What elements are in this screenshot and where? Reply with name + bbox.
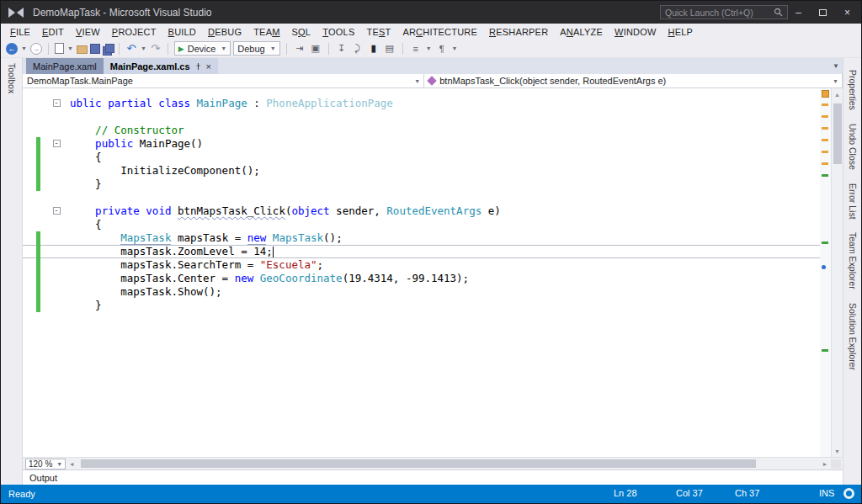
horizontal-scroll-track[interactable]	[77, 458, 819, 470]
code-line[interactable]: mapsTask.Center = new GeoCoordinate(19.4…	[23, 272, 820, 285]
undo-dropdown-icon[interactable]: ▼	[140, 45, 147, 51]
scroll-left-icon[interactable]: ◄	[66, 461, 77, 467]
file-analysis-status-icon[interactable]	[822, 90, 829, 98]
code-line[interactable]: mapsTask.Show();	[23, 285, 820, 299]
toolbar-options-chevron-icon[interactable]: ▼	[425, 45, 433, 51]
stack-frames-icon[interactable]: ▤	[383, 43, 396, 54]
attach-to-process-icon[interactable]: ⇥	[293, 43, 306, 54]
step-into-icon[interactable]: ↧	[335, 43, 349, 54]
code-token: btnMapsTask_Click	[178, 204, 285, 217]
code-line[interactable]: MapsTask mapsTask = new MapsTask();	[23, 231, 820, 245]
code-line[interactable]: {	[23, 151, 820, 164]
panel-tab-error-list[interactable]: Error List	[848, 183, 858, 220]
code-line[interactable]: }	[23, 178, 820, 191]
code-line[interactable]: // Constructor	[23, 124, 820, 137]
menu-item-analyze[interactable]: ANALYZE	[554, 24, 609, 40]
menu-item-resharper[interactable]: RESHARPER	[483, 24, 554, 40]
warning-marker-tick[interactable]	[822, 103, 828, 106]
scroll-down-icon[interactable]: ▼	[834, 445, 840, 457]
member-selector-dropdown[interactable]: btnMapsTask_Click(object sender, RoutedE…	[424, 74, 843, 88]
solution-configuration-combo[interactable]: Debug ▼	[233, 41, 279, 56]
quick-launch-input[interactable]: Quick Launch (Ctrl+Q)	[660, 5, 788, 19]
code-line[interactable]: mapsTask.SearchTerm = "Escuela";	[23, 258, 820, 272]
menu-item-team[interactable]: TEAM	[247, 24, 285, 40]
caret-position-marker[interactable]	[822, 265, 826, 269]
menu-item-architecture[interactable]: ARCHITECTURE	[396, 24, 483, 40]
change-marker-tick[interactable]	[822, 174, 828, 177]
menu-item-build[interactable]: BUILD	[162, 24, 202, 40]
panel-tab-properties[interactable]: Properties	[848, 70, 858, 110]
save-all-icon[interactable]	[103, 44, 113, 54]
resharper-status-circle-icon[interactable]	[843, 488, 854, 499]
code-line[interactable]: InitializeComponent();	[23, 164, 820, 178]
scroll-up-icon[interactable]: ▲	[834, 88, 840, 100]
navigate-backward-dropdown-icon[interactable]: ▼	[20, 45, 28, 51]
navigate-forward-icon[interactable]: →	[30, 43, 42, 55]
scroll-right-icon[interactable]: ►	[819, 461, 831, 467]
new-file-icon[interactable]	[55, 43, 64, 54]
step-over-icon[interactable]: ⤸	[351, 43, 364, 54]
menu-item-sql[interactable]: SQL	[286, 24, 317, 40]
horizontal-scroll-thumb[interactable]	[81, 459, 755, 468]
code-line[interactable]: - public MainPage()	[23, 137, 820, 151]
code-line[interactable]: {	[23, 218, 820, 231]
panel-tab-undo-close[interactable]: Undo Close	[848, 124, 858, 170]
change-marker-tick[interactable]	[822, 349, 828, 352]
code-line[interactable]	[23, 110, 820, 124]
redo-icon[interactable]: ↷	[150, 42, 162, 55]
pin-icon[interactable]	[194, 62, 202, 71]
start-debug-target-combo[interactable]: ▶ Device ▼	[174, 41, 231, 56]
navigate-backward-icon[interactable]: ←	[6, 43, 18, 55]
code-area[interactable]: -ublic partial class MainPage : PhoneApp…	[23, 88, 820, 457]
line-list-icon[interactable]: ≡	[409, 44, 423, 54]
toolbox-panel-tab[interactable]: Toolbox	[7, 63, 17, 93]
close-tab-icon[interactable]: ×	[206, 61, 211, 72]
vertical-scroll-thumb[interactable]	[833, 103, 842, 164]
warning-marker-tick[interactable]	[822, 151, 828, 153]
collapse-region-icon[interactable]: -	[53, 207, 61, 215]
warning-marker-tick[interactable]	[822, 162, 828, 165]
search-icon[interactable]	[774, 8, 783, 17]
collapse-region-icon[interactable]: -	[53, 140, 61, 147]
toolbar-overflow-chevron-icon[interactable]: ▼	[451, 45, 459, 51]
warning-marker-tick[interactable]	[822, 139, 828, 141]
code-line[interactable]	[23, 191, 820, 204]
break-all-icon[interactable]: ▮	[367, 43, 380, 54]
tab-mainpage-xaml[interactable]: MainPage.xaml	[26, 58, 104, 74]
new-file-dropdown-icon[interactable]: ▼	[67, 45, 74, 51]
tab-mainpage-xaml-cs[interactable]: MainPage.xaml.cs ×	[104, 58, 218, 74]
type-selector-dropdown[interactable]: DemoMapTask.MainPage ▼	[23, 74, 424, 88]
close-button[interactable]: ×	[835, 1, 859, 24]
maximize-button[interactable]	[811, 1, 835, 24]
menu-item-file[interactable]: FILE	[4, 24, 36, 40]
menu-item-view[interactable]: VIEW	[70, 24, 106, 40]
menu-item-edit[interactable]: EDIT	[36, 24, 70, 40]
code-line[interactable]: }	[23, 299, 820, 312]
undo-icon[interactable]: ↶	[125, 42, 137, 55]
save-icon[interactable]	[90, 44, 100, 54]
menu-item-test[interactable]: TEST	[360, 24, 396, 40]
menu-item-project[interactable]: PROJECT	[106, 24, 162, 40]
code-line[interactable]: - private void btnMapsTask_Click(object …	[23, 204, 820, 218]
panel-tab-solution-explorer[interactable]: Solution Explorer	[848, 303, 858, 370]
menu-item-debug[interactable]: DEBUG	[202, 24, 247, 40]
warning-marker-tick[interactable]	[822, 115, 828, 118]
menu-item-window[interactable]: WINDOW	[609, 24, 662, 40]
find-in-files-icon[interactable]: ▣	[309, 43, 322, 54]
formatting-marks-icon[interactable]: ¶	[435, 44, 449, 54]
zoom-level-dropdown[interactable]: 120 % ▼	[25, 459, 66, 470]
menu-item-tools[interactable]: TOOLS	[317, 24, 360, 40]
code-line[interactable]: mapsTask.ZoomLevel = 14;	[23, 245, 820, 258]
vertical-scrollbar[interactable]: ▲ ▼	[831, 88, 843, 457]
change-marker-tick[interactable]	[822, 241, 828, 244]
panel-tab-team-explorer[interactable]: Team Explorer	[848, 232, 858, 289]
minimize-button[interactable]: –	[786, 1, 811, 24]
output-panel-tab[interactable]: Output	[29, 473, 57, 483]
collapse-region-icon[interactable]: -	[53, 99, 61, 107]
tab-overflow-chevron-icon[interactable]: ▼	[833, 62, 839, 70]
open-file-icon[interactable]	[77, 45, 88, 54]
menu-item-help[interactable]: HELP	[662, 24, 700, 40]
code-line[interactable]: -ublic partial class MainPage : PhoneApp…	[23, 97, 820, 110]
warning-marker-tick[interactable]	[822, 127, 828, 130]
vertical-scroll-track[interactable]	[832, 100, 843, 445]
